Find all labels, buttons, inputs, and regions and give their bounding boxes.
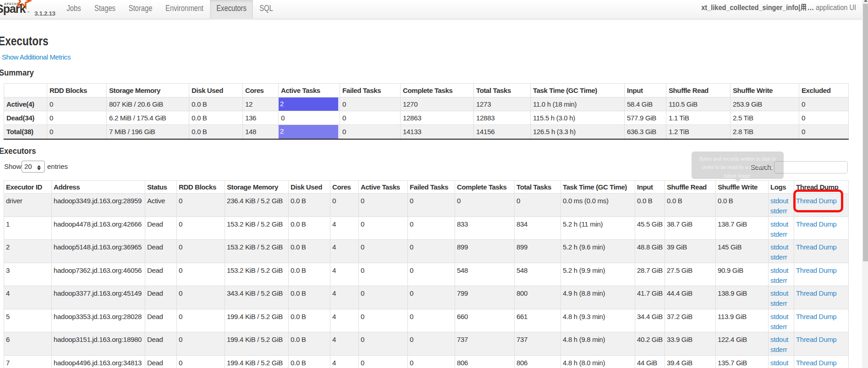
svg-text:Spark: Spark — [0, 2, 26, 15]
svg-text:™: ™ — [27, 11, 30, 14]
